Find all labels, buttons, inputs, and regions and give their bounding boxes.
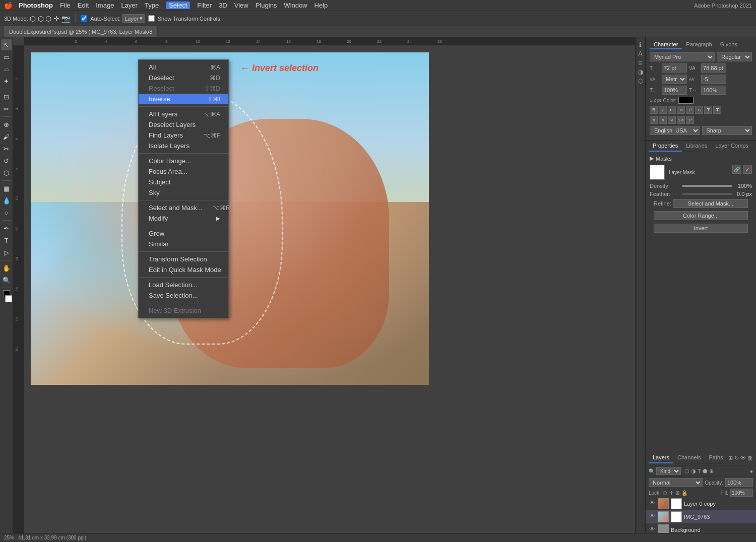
menu-item-similar[interactable]: Similar: [139, 239, 228, 249]
menu-item-new-3d[interactable]: New 3D Extrusion: [139, 305, 228, 316]
density-slider[interactable]: [682, 185, 732, 187]
super-btn[interactable]: T¹: [686, 106, 694, 114]
adj-layer-icon[interactable]: ◑: [691, 468, 696, 475]
menu-item-load-selection[interactable]: Load Selection...: [139, 280, 228, 290]
tool-magic-wand[interactable]: ✦: [1, 76, 12, 87]
sub-btn[interactable]: T₁: [695, 106, 703, 114]
font-family-select[interactable]: Myriad Pro: [650, 52, 715, 61]
lock-pos-icon[interactable]: ✛: [669, 490, 673, 496]
tab-paragraph[interactable]: Paragraph: [682, 40, 716, 49]
font-style-select[interactable]: Regular: [717, 52, 752, 61]
tool-zoom[interactable]: 🔍: [1, 275, 12, 286]
menu-item-sky[interactable]: Sky: [139, 187, 228, 198]
menu-item-select-mask[interactable]: Select and Mask... ⌥⌘R: [139, 202, 228, 213]
layers-grid-icon[interactable]: ⊞: [728, 455, 733, 461]
opacity-input[interactable]: [725, 478, 753, 487]
auto-select-checkbox[interactable]: [81, 15, 87, 22]
menu-item-focus-area[interactable]: Focus Area...: [139, 166, 228, 177]
menu-item-color-range[interactable]: Color Range...: [139, 156, 228, 166]
scale-h-input[interactable]: [701, 86, 726, 95]
menubar-select[interactable]: Select: [166, 2, 190, 9]
text-layer-icon[interactable]: T: [698, 468, 701, 475]
tool-move[interactable]: ↖: [1, 39, 12, 50]
invert-btn[interactable]: Invert: [654, 224, 748, 233]
tool-brush[interactable]: 🖌: [1, 131, 12, 142]
menu-item-quick-mask[interactable]: Edit in Quick Mask Mode: [139, 264, 228, 275]
select-mask-btn[interactable]: Select and Mask...: [673, 199, 748, 208]
layer-bg-eye[interactable]: 👁: [649, 526, 656, 533]
shape-layer-icon[interactable]: ⬟: [703, 468, 708, 475]
menu-item-subject[interactable]: Subject: [139, 177, 228, 187]
layer-0-copy-eye[interactable]: 👁: [649, 500, 656, 507]
right-icon-info[interactable]: ℹ: [639, 41, 642, 48]
menubar-filter[interactable]: Filter: [197, 2, 212, 9]
lock-artboard-icon[interactable]: ⊞: [675, 490, 679, 496]
font-size-input[interactable]: [662, 63, 687, 73]
menubar-layer[interactable]: Layer: [121, 2, 138, 9]
menubar-help[interactable]: Help: [314, 2, 328, 9]
menu-item-isolate-layers[interactable]: Isolate Layers: [139, 141, 228, 151]
tab-libraries[interactable]: Libraries: [682, 141, 711, 152]
menubar-image[interactable]: Image: [96, 2, 114, 9]
menu-item-all-layers[interactable]: All Layers ⌥⌘A: [139, 109, 228, 119]
menu-item-transform-selection[interactable]: Transform Selection: [139, 254, 228, 264]
right-icon-props[interactable]: ⬡: [638, 78, 643, 85]
layer-item-0-copy[interactable]: 👁 Layer 0 copy: [646, 497, 756, 510]
menu-item-inverse[interactable]: Inverse ⇧⌘I: [139, 94, 228, 104]
frac-btn[interactable]: ½: [668, 116, 676, 124]
smallcaps-btn[interactable]: Tt: [677, 106, 685, 114]
lock-all-icon[interactable]: 🔒: [681, 490, 687, 496]
tool-clone[interactable]: ✂: [1, 143, 12, 154]
feather-slider[interactable]: [682, 193, 732, 195]
tab-layer-comps[interactable]: Layer Comps: [711, 141, 752, 152]
tab-paths[interactable]: Paths: [705, 452, 727, 463]
mask-apply-icon[interactable]: ✓: [743, 165, 752, 174]
caps-btn[interactable]: TT: [668, 106, 676, 114]
layers-eye-icon[interactable]: 👁: [740, 455, 746, 461]
scale-v-input[interactable]: [662, 86, 687, 95]
numeral-btn[interactable]: 1ˢ: [686, 116, 694, 124]
language-select[interactable]: English: USA: [650, 126, 700, 135]
tool-eyedropper[interactable]: ✏: [1, 103, 12, 114]
menubar-3d[interactable]: 3D: [219, 2, 227, 9]
blending-mode-select[interactable]: Normal: [649, 478, 703, 487]
tool-blur[interactable]: 💧: [1, 195, 12, 206]
color-range-btn[interactable]: Color Range...: [654, 211, 748, 220]
tool-text[interactable]: T: [1, 235, 12, 246]
tracking-input[interactable]: [701, 75, 726, 84]
filter-toggle[interactable]: ●: [750, 468, 753, 474]
tool-hand[interactable]: ✋: [1, 262, 12, 274]
layer-dropdown[interactable]: Layer ▾: [122, 14, 145, 23]
menu-item-deselect[interactable]: Deselect ⌘D: [139, 73, 228, 83]
menubar-window[interactable]: Window: [284, 2, 307, 9]
underline-btn[interactable]: T̲: [704, 106, 712, 114]
tab-glyphs[interactable]: Glyphs: [716, 40, 741, 49]
background-color[interactable]: [5, 295, 12, 302]
menu-item-all[interactable]: All ⌘A: [139, 62, 228, 73]
menubar-view[interactable]: View: [234, 2, 248, 9]
right-icon-layer[interactable]: ≡: [639, 59, 642, 66]
antialiasing-select[interactable]: Sharp: [702, 126, 752, 135]
smart-layer-icon[interactable]: ⊕: [709, 468, 714, 475]
tool-pen[interactable]: ✒: [1, 223, 12, 234]
bold-btn[interactable]: B: [650, 106, 658, 114]
tool-history-brush[interactable]: ↺: [1, 155, 12, 166]
tool-healing[interactable]: ⊕: [1, 119, 12, 130]
menu-item-deselect-layers[interactable]: Deselect Layers: [139, 119, 228, 130]
pixel-layer-icon[interactable]: ⬡: [684, 468, 689, 475]
tool-dodge[interactable]: ○: [1, 207, 12, 218]
doc-tab-active[interactable]: DoubleExposurePs.psd @ 25% (IMG_9763, La…: [4, 26, 158, 37]
fill-input[interactable]: [730, 489, 753, 497]
mask-link-icon[interactable]: 🔗: [732, 165, 741, 174]
menubar-plugins[interactable]: Plugins: [256, 2, 277, 9]
tab-channels[interactable]: Channels: [673, 452, 705, 463]
metrics-select[interactable]: Metrics: [662, 75, 687, 84]
tool-shape[interactable]: ▷: [1, 247, 12, 258]
right-icon-adj[interactable]: ◑: [638, 69, 643, 76]
menu-item-reselect[interactable]: Reselect ⇧⌘D: [139, 83, 228, 94]
layer-img-eye[interactable]: 👁: [649, 513, 656, 520]
kerning-input[interactable]: [701, 63, 726, 73]
tool-select-rect[interactable]: ▭: [1, 51, 12, 62]
menu-item-find-layers[interactable]: Find Layers ⌥⌘F: [139, 130, 228, 141]
lig-btn[interactable]: fi: [650, 116, 658, 124]
